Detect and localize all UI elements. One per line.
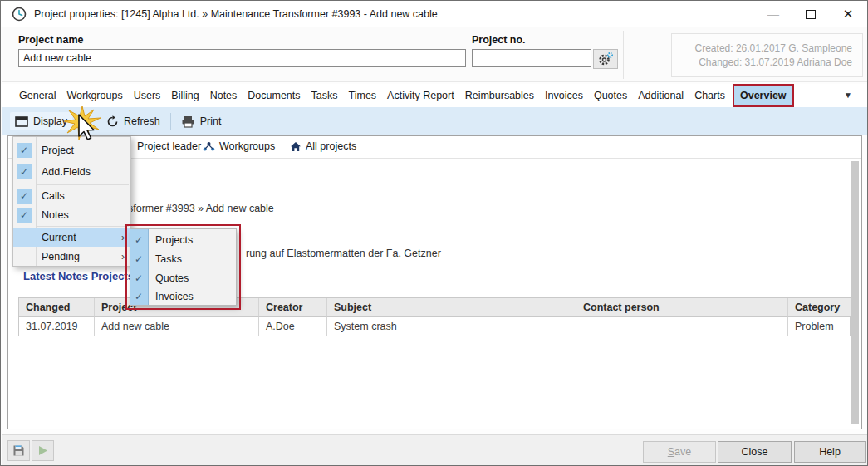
title-bar: Project properties: [1245] Alpha Ltd. » … — [1, 1, 867, 27]
check-icon: ✓ — [17, 164, 32, 179]
menu-item-current[interactable]: Current › — [13, 228, 130, 247]
tab-notes[interactable]: Notes — [208, 86, 239, 105]
tab-users[interactable]: Users — [132, 86, 163, 105]
tab-general[interactable]: General — [17, 86, 57, 105]
tab-tasks[interactable]: Tasks — [310, 86, 340, 105]
close-button[interactable]: Close — [718, 441, 792, 463]
menu-item-calls[interactable]: ✓ Calls — [13, 186, 130, 205]
refresh-label: Refresh — [124, 115, 160, 127]
submenu-item-invoices[interactable]: ✓ Invoices — [130, 287, 236, 306]
chevron-down-icon[interactable]: ▼ — [844, 91, 852, 100]
menu-item-label: Pending — [42, 251, 80, 262]
cell-contact-person — [576, 317, 788, 336]
menu-item-notes[interactable]: ✓ Notes — [13, 205, 130, 224]
cell-subject: System crash — [327, 317, 576, 336]
check-icon: ✓ — [135, 253, 143, 265]
project-no-input[interactable] — [472, 49, 591, 67]
menu-item-label: Project — [42, 145, 74, 156]
tab-workgroups[interactable]: Workgroups — [65, 86, 124, 105]
col-category[interactable]: Category — [788, 298, 851, 317]
project-no-settings-button[interactable] — [593, 49, 618, 69]
save-button[interactable]: Save — [643, 441, 716, 463]
changed-text: Changed: 31.07.2019 Adriana Doe — [672, 56, 852, 70]
tab-documents[interactable]: Documents — [246, 86, 302, 105]
project-no-label: Project no. — [472, 34, 526, 46]
submenu-item-projects[interactable]: ✓ Projects — [130, 230, 236, 249]
tab-additional[interactable]: Additional — [636, 86, 685, 105]
tab-billing[interactable]: Billing — [169, 86, 200, 105]
maximize-icon — [806, 10, 816, 19]
menu-item-project[interactable]: ✓ Project — [13, 140, 130, 161]
tab-invoices[interactable]: Invoices — [543, 86, 585, 105]
note-text-fragment: rung auf Elastomermatten der Fa. Getzner — [246, 248, 441, 259]
floppy-disk-icon — [12, 444, 25, 457]
submenu-item-label: Invoices — [155, 291, 194, 302]
submenu-item-label: Projects — [155, 234, 193, 246]
submenu-item-tasks[interactable]: ✓ Tasks — [130, 249, 236, 268]
submenu-item-quotes[interactable]: ✓ Quotes — [130, 268, 236, 287]
close-label: Close — [742, 446, 768, 458]
workgroups-button[interactable]: Workgroups — [203, 140, 275, 152]
check-icon: ✓ — [135, 272, 143, 284]
vertical-scrollbar[interactable] — [851, 161, 859, 424]
footer-bar: Save Close Help — [2, 434, 868, 466]
display-label: Display — [33, 115, 67, 127]
cell-project: Add new cable — [95, 317, 259, 336]
menu-item-label: Notes — [42, 209, 69, 221]
col-subject[interactable]: Subject — [327, 298, 576, 317]
project-breadcrumb: sformer #3993 » Add new cable — [128, 203, 274, 214]
menu-item-pending[interactable]: Pending › — [13, 247, 130, 266]
all-projects-button[interactable]: All projects — [290, 140, 356, 152]
tab-reimbursables[interactable]: Reimbursables — [463, 86, 536, 105]
submenu-item-label: Tasks — [155, 253, 182, 265]
submenu-arrow-icon: › — [121, 251, 125, 262]
maximize-button[interactable] — [797, 3, 825, 25]
print-button[interactable]: Print — [176, 112, 227, 131]
refresh-icon — [106, 115, 119, 128]
filter-toolbar: Project leader Workgroups All projects — [8, 136, 861, 159]
menu-item-add-fields[interactable]: ✓ Add.Fields — [13, 161, 130, 183]
current-submenu: ✓ Projects ✓ Tasks ✓ Quotes ✓ Invoices — [130, 228, 237, 306]
minimize-button: — — [759, 3, 787, 25]
col-contact-person[interactable]: Contact person — [576, 298, 788, 317]
tab-activity-report[interactable]: Activity Report — [385, 86, 456, 105]
print-label: Print — [200, 115, 222, 127]
close-window-button[interactable]: ✕ — [834, 3, 862, 25]
header-divider — [623, 31, 624, 79]
toolbar-separator — [96, 113, 96, 130]
submenu-item-label: Quotes — [155, 272, 189, 284]
check-icon: ✓ — [17, 143, 32, 158]
tab-overview[interactable]: Overview — [734, 86, 792, 105]
help-button[interactable]: Help — [794, 441, 866, 463]
menu-separator — [37, 184, 129, 185]
refresh-button[interactable]: Refresh — [101, 112, 165, 131]
help-label: Help — [819, 446, 841, 458]
menu-separator — [37, 226, 129, 227]
tab-strip: General Workgroups Users Billing Notes D… — [1, 84, 867, 107]
workgroups-icon — [203, 141, 215, 152]
tab-charts[interactable]: Charts — [693, 86, 727, 105]
project-leader-label: Project leader — [137, 140, 201, 152]
table-row[interactable]: 31.07.2019 Add new cable A.Doe System cr… — [19, 317, 850, 336]
run-button[interactable] — [32, 440, 54, 461]
tab-quotes[interactable]: Quotes — [592, 86, 629, 105]
scrollbar-thumb[interactable] — [851, 161, 859, 424]
col-changed[interactable]: Changed — [19, 298, 95, 317]
display-button[interactable]: Display — [10, 112, 72, 130]
project-properties-window: Project properties: [1245] Alpha Ltd. » … — [0, 0, 868, 466]
col-creator[interactable]: Creator — [259, 298, 327, 317]
tab-times[interactable]: Times — [347, 86, 379, 105]
workgroups-label: Workgroups — [219, 140, 275, 152]
menu-item-label: Add.Fields — [42, 166, 91, 178]
check-icon: ✓ — [17, 208, 32, 223]
home-icon — [290, 141, 302, 152]
print-icon — [181, 115, 195, 128]
quick-save-button[interactable] — [7, 440, 30, 461]
project-leader-button[interactable]: Project leader — [137, 140, 201, 152]
clock-icon — [12, 7, 27, 22]
project-name-input[interactable] — [18, 49, 466, 67]
all-projects-label: All projects — [306, 140, 356, 152]
check-icon: ✓ — [17, 189, 32, 204]
play-icon — [37, 445, 48, 456]
gear-icon — [597, 52, 614, 66]
